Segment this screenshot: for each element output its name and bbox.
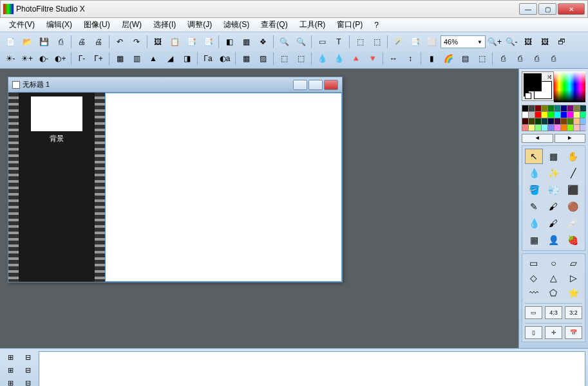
palette-color-1[interactable] <box>529 106 535 111</box>
shape-8[interactable]: ⭐ <box>564 286 582 299</box>
document-window[interactable]: 无标题 1 背景 <box>8 77 343 282</box>
tool-8[interactable]: ⬛ <box>564 182 582 198</box>
tb2-btn-3[interactable]: ◐+ <box>53 51 68 66</box>
palette-color-32[interactable] <box>535 125 541 131</box>
palette-color-17[interactable] <box>567 112 573 118</box>
palette-color-13[interactable] <box>542 112 547 118</box>
tb2-btn-24[interactable]: 💧 <box>331 51 346 66</box>
tb1e-btn-1[interactable]: 🔍- <box>504 35 519 49</box>
canvas[interactable] <box>105 93 342 282</box>
tb2-btn-14[interactable]: Γa <box>200 51 216 66</box>
tb2-btn-10[interactable]: ▲ <box>146 51 161 66</box>
palette-color-8[interactable] <box>574 106 580 111</box>
history-strip[interactable] <box>39 351 585 386</box>
palette-color-26[interactable] <box>561 118 567 124</box>
tb1-btn-23[interactable]: ▭ <box>314 35 330 49</box>
palette-color-0[interactable] <box>522 106 528 111</box>
palette-prev-button[interactable]: ◄ <box>522 134 553 143</box>
minimize-button[interactable]: — <box>519 3 537 15</box>
tool-3[interactable]: 💧 <box>525 165 543 181</box>
tb2-btn-11[interactable]: ◢ <box>162 51 178 66</box>
tool-5[interactable]: ╱ <box>564 165 582 181</box>
shape-opt-3[interactable]: ▯ <box>525 326 542 339</box>
palette-color-11[interactable] <box>529 112 535 118</box>
menu-item-4[interactable]: 选择(I) <box>148 18 181 32</box>
tb2-btn-9[interactable]: ▥ <box>129 51 144 66</box>
palette-color-3[interactable] <box>542 106 547 111</box>
palette-color-30[interactable] <box>522 125 528 131</box>
tb1-btn-1[interactable]: 📂 <box>19 35 35 49</box>
tool-17[interactable]: 🍓 <box>564 232 582 248</box>
tb2-btn-32[interactable]: 🌈 <box>441 51 456 66</box>
action-btn-1[interactable]: ⊟ <box>20 351 36 363</box>
shape-opt-2[interactable]: 3:2 <box>565 306 582 319</box>
palette-color-16[interactable] <box>561 112 567 118</box>
palette-color-27[interactable] <box>567 118 573 124</box>
shape-opt-1[interactable]: 4:3 <box>545 306 562 319</box>
tb2-btn-12[interactable]: ◨ <box>179 51 194 66</box>
zoom-combo[interactable]: 46%▼ <box>441 35 486 48</box>
menu-item-5[interactable]: 调整(J) <box>182 18 217 32</box>
tb2-btn-34[interactable]: ⬚ <box>474 51 489 66</box>
tb2-btn-26[interactable]: 🔻 <box>365 51 380 66</box>
palette-color-20[interactable] <box>522 118 528 124</box>
tool-0[interactable]: ↖ <box>525 149 543 164</box>
tool-9[interactable]: ✎ <box>525 199 543 214</box>
action-btn-5[interactable]: ⊟ <box>20 377 36 386</box>
tb1-btn-6[interactable]: 🖨 <box>91 35 106 49</box>
tb1-btn-12[interactable]: 📋 <box>167 35 182 49</box>
palette-color-34[interactable] <box>548 125 554 131</box>
tb2-btn-28[interactable]: ↔ <box>386 51 401 66</box>
tb2-btn-25[interactable]: 🔺 <box>348 51 363 66</box>
action-btn-2[interactable]: ⊞ <box>3 364 19 376</box>
tb1-btn-2[interactable]: 💾 <box>36 35 52 49</box>
tool-4[interactable]: ✨ <box>544 165 562 181</box>
tb2-btn-23[interactable]: 💧 <box>314 51 330 66</box>
tb1e-btn-3[interactable]: 🖼 <box>537 35 553 49</box>
tb1-btn-14[interactable]: 📑 <box>200 35 216 49</box>
tool-10[interactable]: 🖌 <box>544 199 562 214</box>
tb1-btn-11[interactable]: 🖼 <box>150 35 166 49</box>
foreground-color-swatch[interactable] <box>524 73 542 91</box>
palette-color-33[interactable] <box>542 125 547 131</box>
color-swatch-box[interactable]: ⤭ <box>522 71 554 101</box>
action-btn-3[interactable]: ⊟ <box>20 364 36 376</box>
tb1-btn-30[interactable]: 📑 <box>407 35 422 49</box>
tb1-btn-17[interactable]: ▦ <box>238 35 254 49</box>
action-btn-0[interactable]: ⊞ <box>3 351 19 363</box>
tool-11[interactable]: 🟤 <box>564 199 582 214</box>
palette-color-4[interactable] <box>548 106 554 111</box>
menu-item-8[interactable]: 工具(R) <box>294 18 331 32</box>
tb1-btn-3[interactable]: ⎙ <box>53 35 68 49</box>
shape-6[interactable]: 〰 <box>525 286 543 299</box>
palette-color-19[interactable] <box>580 112 586 118</box>
shape-1[interactable]: ○ <box>545 257 563 270</box>
palette-color-12[interactable] <box>535 112 541 118</box>
doc-maximize-button[interactable] <box>308 80 323 90</box>
tb1e-btn-4[interactable]: 🗗 <box>554 35 569 49</box>
tb2-btn-20[interactable]: ⬚ <box>276 51 292 66</box>
shape-0[interactable]: ▭ <box>525 257 543 270</box>
menu-item-7[interactable]: 查看(Q) <box>256 18 292 32</box>
tb2-btn-21[interactable]: ⬚ <box>293 51 308 66</box>
menu-item-10[interactable]: ? <box>369 19 384 31</box>
tb2-btn-2[interactable]: ◐- <box>36 51 52 66</box>
menu-item-2[interactable]: 图像(U) <box>79 18 115 32</box>
palette-color-21[interactable] <box>529 118 535 124</box>
shape-opt-0[interactable]: ▭ <box>525 306 542 319</box>
tb2-btn-1[interactable]: ☀+ <box>19 51 35 66</box>
tb2-btn-0[interactable]: ☀- <box>3 51 18 66</box>
tb1-btn-24[interactable]: T <box>331 35 346 49</box>
tb2-btn-29[interactable]: ↕ <box>403 51 418 66</box>
tool-7[interactable]: 💨 <box>544 182 562 198</box>
tb1e-btn-0[interactable]: 🔍+ <box>487 35 502 49</box>
tool-6[interactable]: 🪣 <box>525 182 543 198</box>
tb1-btn-0[interactable]: 📄 <box>3 35 18 49</box>
tb1-btn-18[interactable]: ❖ <box>255 35 270 49</box>
tb2-btn-5[interactable]: Γ- <box>74 51 90 66</box>
tb1-btn-5[interactable]: 🖨 <box>74 35 90 49</box>
palette-color-22[interactable] <box>535 118 541 124</box>
menu-item-9[interactable]: 窗口(P) <box>332 18 368 32</box>
palette-color-25[interactable] <box>555 118 560 124</box>
tb2-btn-36[interactable]: ⎙ <box>495 51 511 66</box>
